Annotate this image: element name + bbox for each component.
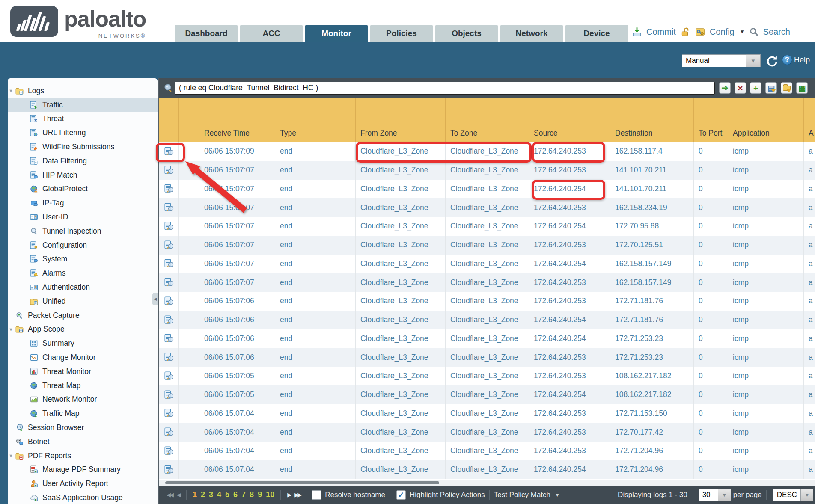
column-header-type[interactable]: Type [275, 98, 356, 142]
commit-button[interactable]: Commit [646, 27, 676, 37]
log-detail-icon[interactable] [159, 161, 179, 180]
log-row[interactable]: 06/06 15:07:06endCloudflare_L3_ZoneCloud… [159, 311, 815, 329]
expand-triangle-icon[interactable]: ▼ [8, 88, 14, 93]
expand-triangle-icon[interactable]: ▼ [8, 453, 14, 458]
log-detail-icon[interactable] [159, 142, 179, 161]
sidebar-item-network-monitor[interactable]: Network Monitor [8, 393, 158, 407]
prev-page-icon[interactable]: ◀ [175, 492, 182, 498]
log-detail-icon[interactable] [159, 255, 179, 273]
sidebar-item-session-browser[interactable]: Session Browser [8, 421, 158, 435]
sidebar-item-user-activity-report[interactable]: User Activity Report [8, 477, 158, 491]
search-button[interactable]: Search [763, 27, 790, 37]
sidebar-item-saas-application-usage[interactable]: SaaS Application Usage [8, 491, 158, 504]
column-header-to_zone[interactable]: To Zone [446, 98, 529, 142]
log-row[interactable]: 06/06 15:07:07endCloudflare_L3_ZoneCloud… [159, 236, 815, 255]
log-row[interactable]: 06/06 15:07:06endCloudflare_L3_ZoneCloud… [159, 292, 815, 311]
sidebar-item-change-monitor[interactable]: Change Monitor [8, 350, 158, 365]
log-row[interactable]: 06/06 15:07:04endCloudflare_L3_ZoneCloud… [159, 404, 815, 423]
log-detail-icon[interactable] [159, 180, 179, 199]
help-button[interactable]: ? Help [782, 55, 810, 65]
per-page-value[interactable]: 30 [699, 489, 718, 501]
sidebar-item-threat-map[interactable]: Threat Map [8, 379, 158, 393]
sidebar-item-alarms[interactable]: Alarms [8, 266, 158, 280]
log-row[interactable]: 06/06 15:07:06endCloudflare_L3_ZoneCloud… [159, 348, 815, 367]
log-detail-icon[interactable] [159, 292, 179, 311]
sidebar-item-data-filtering[interactable]: Data Filtering [8, 154, 158, 168]
page-number-5[interactable]: 5 [225, 490, 229, 499]
sidebar-item-manage-pdf-summary[interactable]: Manage PDF Summary [8, 463, 158, 477]
tab-dashboard[interactable]: Dashboard [175, 25, 238, 42]
page-number-3[interactable]: 3 [209, 490, 213, 499]
sidebar-item-traffic-map[interactable]: Traffic Map [8, 406, 158, 421]
sidebar-item-botnet[interactable]: Botnet [8, 435, 158, 449]
sidebar-item-system[interactable]: System [8, 252, 158, 267]
tab-device[interactable]: Device [565, 25, 628, 42]
sidebar-item-hip-match[interactable]: HIP Match [8, 168, 158, 182]
per-page-dropdown-arrow-icon[interactable]: ▼ [718, 489, 731, 501]
sidebar-item-tunnel-inspection[interactable]: Tunnel Inspection [8, 224, 158, 238]
expand-triangle-icon[interactable]: ▼ [8, 327, 14, 332]
sidebar-item-threat[interactable]: Threat [8, 112, 158, 126]
page-number-4[interactable]: 4 [217, 490, 221, 499]
sidebar-item-app-scope[interactable]: ▼App Scope [8, 323, 158, 337]
horizontal-scrollbar[interactable] [159, 480, 815, 486]
sidebar-item-authentication[interactable]: Authentication [8, 280, 158, 294]
log-detail-icon[interactable] [159, 367, 179, 385]
log-row[interactable]: 06/06 15:07:07endCloudflare_L3_ZoneCloud… [159, 217, 815, 236]
log-detail-icon[interactable] [159, 442, 179, 460]
tab-network[interactable]: Network [500, 25, 563, 42]
sidebar-item-unified[interactable]: Unified [8, 294, 158, 308]
log-row[interactable]: 06/06 15:07:07endCloudflare_L3_ZoneCloud… [159, 161, 815, 180]
sidebar-item-url-filtering[interactable]: URL Filtering [8, 126, 158, 140]
column-header-to_port[interactable]: To Port [694, 98, 728, 142]
horizontal-scrollbar-thumb[interactable] [165, 481, 439, 484]
page-number-2[interactable]: 2 [201, 490, 205, 499]
log-detail-icon[interactable] [159, 348, 179, 367]
test-policy-match-button[interactable]: Test Policy Match ▼ [494, 491, 560, 499]
per-page-select[interactable]: 30 ▼ [699, 489, 731, 501]
sort-order-dropdown-arrow-icon[interactable]: ▼ [800, 489, 813, 501]
next-page-icon[interactable]: ▶ [285, 492, 292, 498]
tab-policies[interactable]: Policies [370, 25, 433, 42]
column-header-destination[interactable]: Destination [610, 98, 694, 142]
tab-monitor[interactable]: Monitor [305, 25, 368, 42]
sort-order-select[interactable]: DESC ▼ [773, 489, 813, 501]
log-row[interactable]: 06/06 15:07:06endCloudflare_L3_ZoneCloud… [159, 329, 815, 348]
page-number-1[interactable]: 1 [193, 490, 197, 499]
tab-acc[interactable]: ACC [240, 25, 303, 42]
log-row[interactable]: 06/06 15:07:07endCloudflare_L3_ZoneCloud… [159, 255, 815, 273]
highlight-policy-actions-checkbox[interactable]: ✓ [396, 490, 406, 500]
log-row[interactable]: 06/06 15:07:07endCloudflare_L3_ZoneCloud… [159, 273, 815, 292]
refresh-mode-value[interactable]: Manual [682, 54, 746, 67]
sidebar-item-summary[interactable]: Summary [8, 336, 158, 350]
column-header-source[interactable]: Source [529, 98, 610, 142]
log-row[interactable]: 06/06 15:07:04endCloudflare_L3_ZoneCloud… [159, 442, 815, 460]
log-detail-icon[interactable] [159, 385, 179, 404]
sidebar-item-globalprotect[interactable]: GlobalProtect [8, 182, 158, 196]
lock-icon[interactable] [680, 27, 690, 37]
sidebar-item-configuration[interactable]: Configuration [8, 238, 158, 252]
refresh-mode-dropdown-arrow-icon[interactable]: ▼ [746, 54, 761, 67]
sidebar-item-user-id[interactable]: User-ID [8, 210, 158, 224]
clear-filter-button[interactable]: × [735, 82, 746, 94]
config-caret-icon[interactable]: ▼ [740, 29, 745, 35]
refresh-mode-select[interactable]: Manual ▼ [682, 54, 761, 67]
sidebar-item-threat-monitor[interactable]: Threat Monitor [8, 365, 158, 379]
log-detail-icon[interactable] [159, 311, 179, 329]
log-detail-icon[interactable] [159, 236, 179, 255]
column-header-from_zone[interactable]: From Zone [356, 98, 446, 142]
page-number-8[interactable]: 8 [250, 490, 254, 499]
log-row[interactable]: 06/06 15:07:05endCloudflare_L3_ZoneCloud… [159, 367, 815, 385]
log-row[interactable]: 06/06 15:07:05endCloudflare_L3_ZoneCloud… [159, 385, 815, 404]
first-page-icon[interactable]: ◀◀ [164, 492, 175, 498]
sidebar-item-pdf-reports[interactable]: ▼PDF Reports [8, 449, 158, 463]
config-button[interactable]: Config [710, 27, 735, 37]
last-page-icon[interactable]: ▶▶ [292, 492, 303, 498]
log-row[interactable]: 06/06 15:07:04endCloudflare_L3_ZoneCloud… [159, 460, 815, 479]
page-number-10[interactable]: 10 [266, 490, 274, 499]
page-number-6[interactable]: 6 [233, 490, 238, 499]
load-filter-button[interactable] [781, 82, 792, 94]
resolve-hostname-checkbox[interactable] [312, 490, 321, 500]
log-detail-icon[interactable] [159, 198, 179, 217]
sort-order-value[interactable]: DESC [773, 489, 800, 501]
